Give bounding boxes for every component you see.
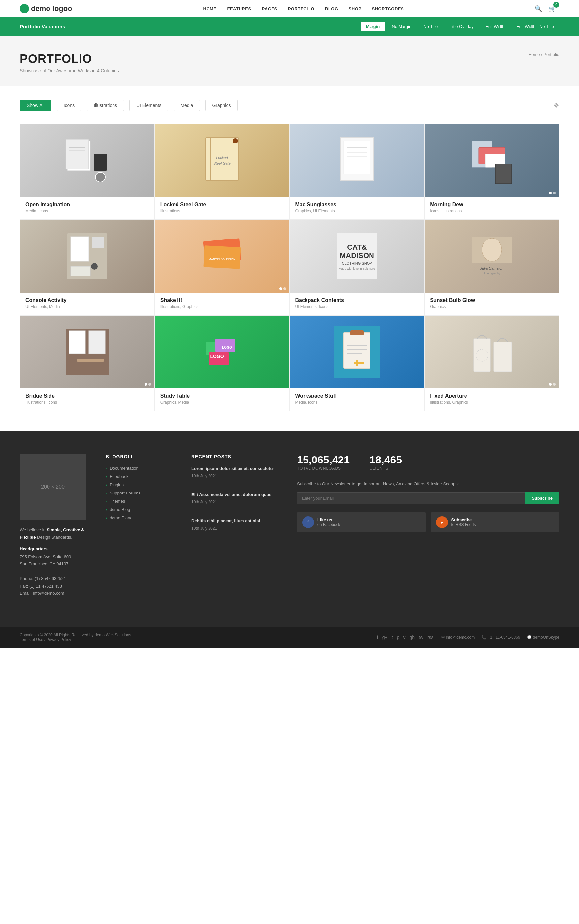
social-rss[interactable]: rss [427,635,433,640]
terms-link[interactable]: Terms of Use [20,637,43,642]
portfolio-item[interactable]: Console ActivityUI Elements, Media [20,220,155,316]
portfolio-title: Fixed Aperture [430,393,554,399]
portfolio-thumb: LOGOLOGO [155,316,290,388]
portfolio-thumb [20,316,154,388]
carousel-dots [280,287,286,290]
filter-btn-graphics[interactable]: Graphics [205,100,237,111]
breadcrumb-tab-title-overlay[interactable]: Title Overlay [444,22,479,31]
blogroll-item[interactable]: demo Planet [106,515,178,520]
facebook-block[interactable]: f Like us on Facebook [297,512,425,532]
shuffle-icon[interactable]: ❖ [553,101,559,109]
blogroll-item[interactable]: Plugins [106,482,178,487]
portfolio-item[interactable]: Mac SunglassesGraphics, UI Elements [290,124,425,220]
filter-btn-illustrations[interactable]: Illustrations [87,100,124,111]
stats-row: 15,065,421 TOTAL DOWNLOADS 18,465 CLIENT… [297,454,559,471]
breadcrumb-tab-margin[interactable]: Margin [361,22,385,31]
portfolio-item[interactable]: CAT&MADISONCLOTHING SHOPMade with love i… [290,220,425,316]
svg-text:Julia Cameron: Julia Cameron [480,266,504,270]
portfolio-title: Morning Dew [430,201,554,208]
portfolio-item[interactable]: Bridge SideIllustrations, Icons [20,316,155,411]
nav-item-shop[interactable]: SHOP [349,6,361,11]
social-tw2[interactable]: tw [419,635,423,640]
svg-rect-53 [347,353,362,354]
portfolio-item[interactable]: Workspace StuffMedia, Icons [290,316,425,411]
breadcrumb-tab-no-title[interactable]: No Title [418,22,443,31]
portfolio-tags: Illustrations, Icons [25,400,149,405]
page-title: PORTFOLIO [20,52,119,66]
footer-about-text: We believe in Simple, Creative &Flexible… [20,527,92,541]
subscribe-button[interactable]: Subscribe [525,492,559,504]
social-twitter[interactable]: t [392,635,393,640]
portfolio-info: Study TableGraphics, Media [155,388,290,411]
stat-downloads: 15,065,421 TOTAL DOWNLOADS [297,454,350,471]
footer-bottom-right: f g+ t p v gh tw rss ✉ info@demo.com 📞 +… [377,635,559,640]
portfolio-tags: Illustrations, Graphics [430,400,554,405]
footer-email: ✉ info@demo.com [442,635,475,639]
portfolio-info: Workspace StuffMedia, Icons [290,388,424,411]
breadcrumb-tabs: MarginNo MarginNo TitleTitle OverlayFull… [361,22,559,31]
filter-btn-media[interactable]: Media [173,100,200,111]
svg-text:LOGO: LOGO [211,354,224,359]
portfolio-item[interactable]: Julia CameronPhotographySunset Bulb Glow… [424,220,559,316]
nav-item-features[interactable]: FEATURES [227,6,251,11]
nav-item-pages[interactable]: PAGES [262,6,278,11]
nav-item-shortcodes[interactable]: SHORTCODES [372,6,404,11]
portfolio-thumb [425,124,559,197]
cart-icon-wrapper[interactable]: 🛒 0 [549,5,559,12]
social-github[interactable]: gh [409,635,415,640]
blogroll-item[interactable]: Feedback [106,474,178,479]
nav-item-home[interactable]: HOME [203,6,217,11]
portfolio-tags: UI Elements, Media [25,304,149,309]
blogroll-item[interactable]: Support Forums [106,491,178,496]
blogroll-item[interactable]: demo Blog [106,507,178,512]
social-fb[interactable]: f [377,635,378,640]
svg-rect-42 [77,358,104,362]
filter-btn-icons[interactable]: Icons [57,100,82,111]
nav-item-blog[interactable]: BLOG [325,6,338,11]
footer-skype: 💬 demoOnSkype [527,635,559,639]
search-icon[interactable]: 🔍 [535,5,542,12]
filter-btn-show-all[interactable]: Show All [20,100,51,111]
svg-text:Made with love in Baltimore: Made with love in Baltimore [339,267,375,270]
breadcrumb-tab-full-width[interactable]: Full Width [480,22,510,31]
post-date: 10th July 2021 [191,500,217,504]
email-field[interactable] [297,492,525,504]
svg-rect-21 [495,164,512,184]
portfolio-info: Backpack ContentsUI Elements, Icons [290,293,424,315]
portfolio-title: Workspace Stuff [295,393,419,399]
portfolio-info: Locked Steel GateIllustrations [155,197,290,219]
post-title: Debitis nihil placeat, illum est nisi [191,518,284,524]
portfolio-title: Sunset Bulb Glow [430,297,554,303]
blogroll-item[interactable]: Documentation [106,466,178,471]
portfolio-item[interactable]: Open ImaginationMedia, Icons [20,124,155,220]
breadcrumb-tab-no-margin[interactable]: No Margin [386,22,417,31]
filter-btn-ui-elements[interactable]: UI Elements [129,100,168,111]
rss-block[interactable]: ▸ Subscribe to RSS Feeds [431,512,559,532]
breadcrumb-tab-full-width---no-title[interactable]: Full Width - No Title [511,22,559,31]
social-vimeo[interactable]: v [403,635,406,640]
facebook-text: Like us on Facebook [317,517,340,527]
portfolio-item[interactable]: LOGOLOGOStudy TableGraphics, Media [155,316,290,411]
portfolio-item[interactable]: MARTIN JOHNSONShake It!Illustrations, Gr… [155,220,290,316]
portfolio-title: Open Imagination [25,201,149,208]
logo[interactable]: demo logoo [20,4,72,13]
portfolio-item[interactable]: LockedSteel GateLocked Steel GateIllustr… [155,124,290,220]
portfolio-tags: Icons, Illustrations [430,209,554,213]
nav-item-portfolio[interactable]: PORTFOLIO [288,6,314,11]
footer-hq-label: Headquarters: [20,546,92,551]
portfolio-title: Locked Steel Gate [160,201,284,208]
blogroll-item[interactable]: Themes [106,499,178,504]
privacy-link[interactable]: Privacy Policy [46,637,71,642]
logo-icon [20,4,29,13]
downloads-number: 15,065,421 [297,454,350,466]
svg-rect-51 [347,345,367,347]
portfolio-item[interactable]: Fixed ApertureIllustrations, Graphics [424,316,559,411]
social-pinterest[interactable]: p [397,635,399,640]
portfolio-item[interactable]: Morning DewIcons, Illustrations [424,124,559,220]
footer: 200 × 200 We believe in Simple, Creative… [0,431,579,627]
svg-rect-44 [216,339,235,352]
social-gplus[interactable]: g+ [383,635,388,640]
cart-badge: 0 [553,2,559,8]
breadcrumb-title: Portfolio Variations [20,24,65,29]
portfolio-thumb [425,316,559,388]
